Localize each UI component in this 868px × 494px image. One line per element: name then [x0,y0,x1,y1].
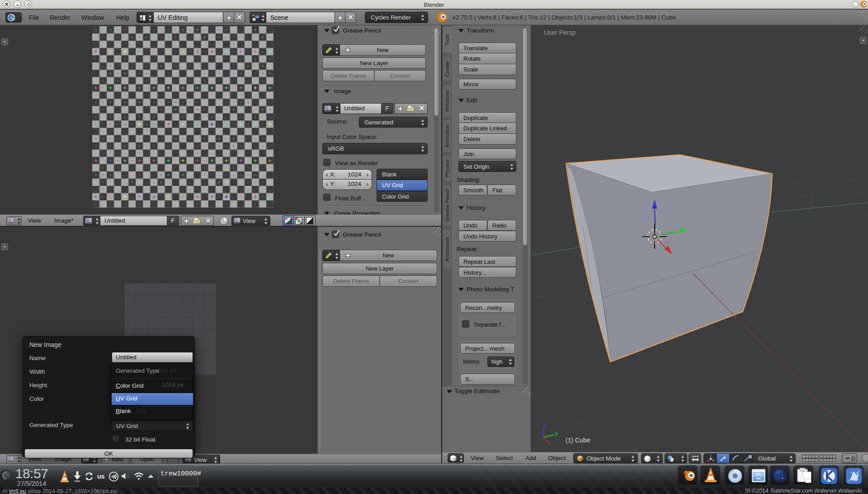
svg-text:us: us [97,473,105,480]
svg-text:y: y [555,430,558,437]
svg-text:z: z [544,422,547,428]
svg-text:x: x [548,440,551,446]
